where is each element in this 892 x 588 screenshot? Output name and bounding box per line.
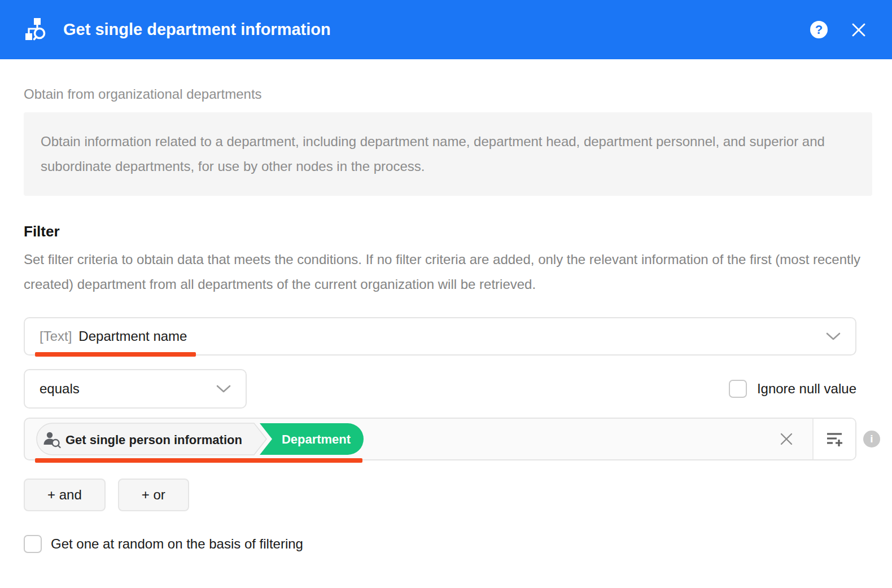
- tag-source-label: Get single person information: [65, 433, 242, 447]
- header-actions: ?: [810, 21, 867, 38]
- random-label: Get one at random on the basis of filter…: [51, 536, 303, 552]
- filter-field-select[interactable]: [Text] Department name: [24, 317, 856, 356]
- add-and-button[interactable]: + and: [24, 479, 106, 511]
- filter-hint: Set filter criteria to obtain data that …: [24, 247, 868, 297]
- chevron-down-icon: [826, 328, 841, 344]
- info-icon[interactable]: i: [863, 431, 880, 447]
- insert-variable-button[interactable]: [812, 419, 855, 459]
- annotation-underline-value: [35, 458, 362, 463]
- ignore-null-checkbox[interactable]: [729, 380, 747, 398]
- clear-x-icon: [779, 432, 794, 446]
- close-button[interactable]: [850, 21, 867, 38]
- random-row: Get one at random on the basis of filter…: [24, 535, 856, 553]
- add-or-button[interactable]: + or: [118, 479, 189, 511]
- ignore-null-label: Ignore null value: [757, 381, 856, 397]
- filter-heading: Filter: [24, 223, 872, 240]
- variable-tag[interactable]: Get single person information Department: [36, 423, 365, 455]
- org-search-icon: [23, 16, 50, 43]
- chevron-down-icon: [216, 381, 231, 397]
- tag-field-label: Department: [282, 432, 351, 446]
- help-button[interactable]: ?: [810, 21, 828, 38]
- filter-rows: [Text] Department name equals: [24, 317, 856, 553]
- filter-value-input[interactable]: Get single person information Department: [24, 418, 856, 460]
- operator-value: equals: [40, 381, 80, 397]
- dialog-title: Get single department information: [63, 20, 331, 39]
- help-icon: ?: [815, 23, 823, 37]
- node-subtitle: Obtain from organizational departments: [24, 86, 872, 102]
- operator-row: equals Ignore null value: [24, 369, 856, 409]
- field-name: Department name: [78, 328, 187, 344]
- condition-buttons: + and + or: [24, 479, 856, 511]
- playlist-add-icon: [825, 429, 844, 449]
- dialog-body: Obtain from organizational departments O…: [0, 59, 892, 553]
- field-type-tag: [Text]: [40, 328, 72, 344]
- filter-operator-select[interactable]: equals: [24, 369, 247, 409]
- ignore-null-group: Ignore null value: [729, 380, 856, 398]
- close-icon: [850, 21, 867, 38]
- annotation-underline-field: [35, 352, 196, 357]
- random-checkbox[interactable]: [24, 535, 42, 553]
- dialog-header: Get single department information ?: [0, 0, 892, 59]
- description-box: Obtain information related to a departme…: [24, 112, 872, 196]
- clear-value-button[interactable]: [775, 428, 798, 450]
